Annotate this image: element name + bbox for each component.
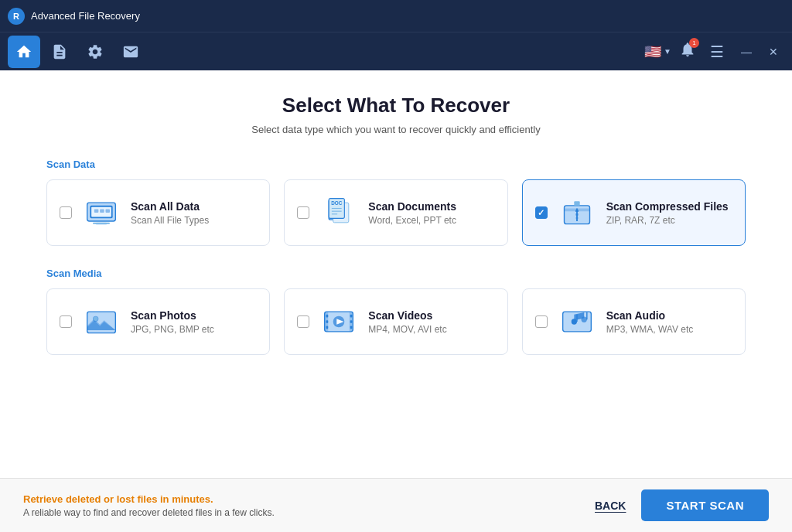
app-title: Advanced File Recovery (31, 10, 784, 22)
scan-all-data-card[interactable]: Scan All Data Scan All File Types (46, 179, 270, 246)
scan-videos-card[interactable]: Scan Videos MP4, MOV, AVI etc (284, 288, 507, 355)
scan-photos-text: Scan Photos JPG, PNG, BMP etc (131, 309, 214, 335)
scan-compressed-icon (558, 194, 596, 231)
scan-data-label: Scan Data (46, 159, 746, 170)
toolbar: 🇺🇸 ▼ 1 ☰ — ✕ (0, 32, 792, 70)
close-button[interactable]: ✕ (763, 43, 784, 61)
notification-badge: 1 (689, 38, 699, 48)
scan-audio-title: Scan Audio (606, 309, 694, 322)
svg-rect-8 (100, 209, 104, 213)
menu-button[interactable]: ☰ (704, 39, 730, 64)
scan-audio-desc: MP3, WMA, WAV etc (606, 324, 694, 335)
back-button[interactable]: BACK (595, 500, 626, 512)
scan-compressed-text: Scan Compressed Files ZIP, RAR, 7Z etc (606, 200, 729, 226)
scan-all-data-text: Scan All Data Scan All File Types (131, 200, 209, 226)
svg-text:R: R (13, 12, 19, 21)
scan-videos-checkbox[interactable] (297, 315, 309, 328)
svg-rect-26 (575, 213, 579, 216)
svg-rect-38 (350, 320, 353, 323)
scan-all-data-checkbox[interactable] (60, 206, 72, 219)
scan-videos-title: Scan Videos (368, 309, 446, 322)
footer-highlight: Retrieve deleted or lost files in minute… (23, 493, 595, 505)
scan-compressed-desc: ZIP, RAR, 7Z etc (606, 215, 729, 226)
scan-documents-desc: Word, Excel, PPT etc (368, 215, 456, 226)
footer: Retrieve deleted or lost files in minute… (0, 478, 792, 532)
scan-documents-icon: DOC DOC (320, 194, 357, 231)
scan-photos-desc: JPG, PNG, BMP etc (131, 324, 214, 335)
settings-button[interactable] (79, 36, 111, 68)
scan-documents-checkbox[interactable] (297, 206, 309, 219)
scan-photos-checkbox[interactable] (60, 315, 72, 328)
svg-rect-9 (106, 209, 111, 213)
svg-point-30 (94, 317, 98, 322)
titlebar: R Advanced File Recovery (0, 0, 792, 32)
footer-actions: BACK START SCAN (595, 489, 769, 521)
svg-rect-34 (326, 315, 329, 318)
svg-rect-37 (350, 315, 353, 318)
svg-rect-27 (575, 217, 579, 220)
scan-videos-desc: MP4, MOV, AVI etc (368, 324, 446, 335)
scan-compressed-checkbox[interactable] (535, 206, 548, 219)
scan-all-data-desc: Scan All File Types (131, 215, 209, 226)
svg-rect-5 (93, 223, 110, 224)
scan-data-row: Scan All Data Scan All File Types DOC (46, 179, 746, 246)
minimize-button[interactable]: — (735, 43, 758, 61)
start-scan-button[interactable]: START SCAN (641, 489, 769, 521)
notification-button[interactable]: 1 (676, 38, 699, 65)
scan-documents-text: Scan Documents Word, Excel, PPT etc (368, 200, 456, 226)
page-subtitle: Select data type which you want to recov… (46, 124, 746, 135)
scan-documents-card[interactable]: DOC DOC Scan Documents Word, Excel, PPT … (284, 179, 507, 246)
svg-rect-23 (574, 201, 579, 206)
mail-button[interactable] (114, 36, 147, 68)
scan-media-row: Scan Photos JPG, PNG, BMP etc (46, 288, 746, 355)
svg-rect-36 (326, 326, 329, 329)
scan-photos-icon (83, 303, 120, 340)
svg-rect-39 (350, 326, 353, 329)
language-selector[interactable]: 🇺🇸 ▼ (644, 43, 671, 60)
scan-compressed-card[interactable]: Scan Compressed Files ZIP, RAR, 7Z etc (522, 179, 746, 246)
svg-text:DOC: DOC (331, 200, 343, 206)
scan-audio-card[interactable]: Scan Audio MP3, WMA, WAV etc (522, 288, 746, 355)
svg-point-43 (571, 319, 576, 324)
scan-audio-icon (558, 303, 596, 340)
scan-videos-text: Scan Videos MP4, MOV, AVI etc (368, 309, 446, 335)
scan-photos-title: Scan Photos (131, 309, 214, 322)
svg-point-44 (581, 317, 586, 322)
scan-all-data-icon (83, 194, 120, 231)
footer-text: Retrieve deleted or lost files in minute… (23, 493, 595, 518)
page-title: Select What To Recover (46, 94, 746, 118)
scan-videos-icon (320, 303, 357, 340)
main-content: Select What To Recover Select data type … (0, 70, 792, 478)
scan-audio-checkbox[interactable] (535, 315, 548, 328)
svg-rect-25 (575, 210, 579, 212)
scan-photos-card[interactable]: Scan Photos JPG, PNG, BMP etc (46, 288, 270, 355)
scan-compressed-title: Scan Compressed Files (606, 200, 729, 213)
scan-results-button[interactable] (43, 36, 76, 68)
scan-all-data-title: Scan All Data (131, 200, 209, 213)
scan-documents-title: Scan Documents (368, 200, 456, 213)
scan-audio-text: Scan Audio MP3, WMA, WAV etc (606, 309, 694, 335)
scan-media-label: Scan Media (46, 268, 746, 279)
chevron-down-icon: ▼ (664, 47, 671, 56)
app-logo: R (8, 8, 25, 25)
home-button[interactable] (8, 36, 40, 68)
flag-icon: 🇺🇸 (644, 43, 661, 60)
svg-rect-35 (326, 320, 329, 323)
svg-rect-7 (94, 209, 99, 213)
footer-sub: A reliable way to find and recover delet… (23, 507, 595, 518)
